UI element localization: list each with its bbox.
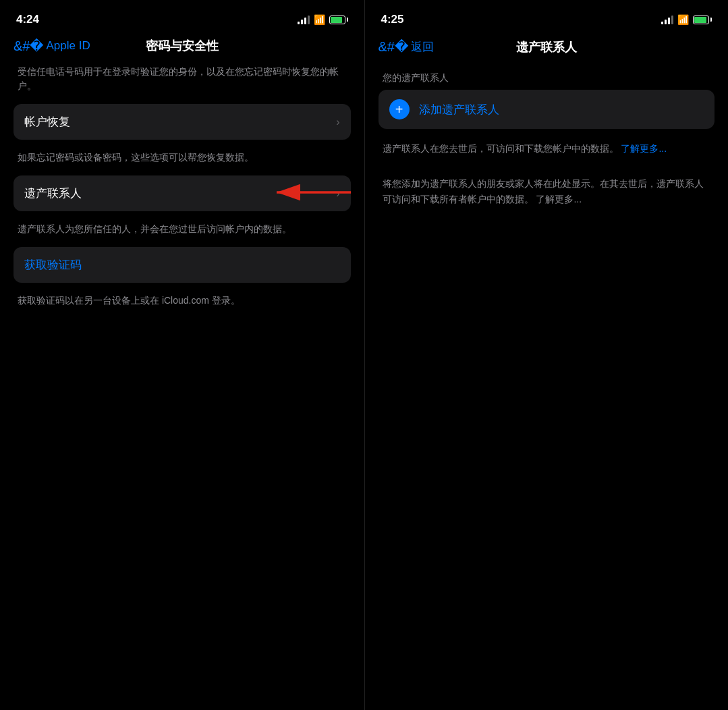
info-block-1: 遗产联系人在您去世后，可访问和下载您帐户中的数据。 了解更多... xyxy=(379,134,715,169)
status-time-left: 4:24 xyxy=(16,13,39,26)
status-time-right: 4:25 xyxy=(381,13,404,26)
add-circle-icon: + xyxy=(389,99,410,119)
learn-more-link-1[interactable]: 了解更多... xyxy=(621,143,667,154)
learn-more-link-2[interactable]: 了解更多... xyxy=(536,194,582,204)
back-button-left[interactable]: &#� Apple ID xyxy=(13,39,90,53)
add-legacy-contact-button[interactable]: + 添加遗产联系人 xyxy=(379,90,715,129)
status-bar-left: 4:24 📶 xyxy=(0,0,364,34)
left-phone-screen: 4:24 📶 &#� Apple ID 密码与安全性 受信任 xyxy=(0,0,364,710)
legacy-contact-row[interactable]: 遗产联系人 › xyxy=(13,175,351,211)
legacy-contact-card: 遗产联系人 › xyxy=(13,175,351,211)
legacy-contact-label: 遗产联系人 xyxy=(24,186,82,201)
signal-icon-right xyxy=(661,15,673,24)
content-right: 您的遗产联系人 + 添加遗产联系人 遗产联系人在您去世后，可访问和下载您帐户中的… xyxy=(365,61,729,212)
info-text-1: 遗产联系人在您去世后，可访问和下载您帐户中的数据。 xyxy=(383,143,619,154)
desc-text-left: 受信任电话号码用于在登录时验证您的身份，以及在您忘记密码时恢复您的帐户。 xyxy=(13,59,351,104)
add-label: 添加遗产联系人 xyxy=(419,102,499,117)
row3-desc: 获取验证码以在另一台设备上或在 iCloud.com 登录。 xyxy=(13,288,351,319)
nav-header-right: &#� 返回 遗产联系人 xyxy=(365,34,729,61)
info-block-2: 将您添加为遗产联系人的朋友或家人将在此处显示。在其去世后，遗产联系人可访问和下载… xyxy=(379,169,715,212)
nav-header-left: &#� Apple ID 密码与安全性 xyxy=(0,34,364,59)
status-bar-right: 4:25 📶 xyxy=(365,0,729,34)
content-left: 受信任电话号码用于在登录时验证您的身份，以及在您忘记密码时恢复您的帐户。 帐户恢… xyxy=(0,59,364,319)
back-button-right[interactable]: &#� 返回 xyxy=(379,39,434,55)
right-phone-screen: 4:25 📶 &#� 返回 遗产联系人 您的遗产联系人 xyxy=(364,0,729,710)
account-recovery-card: 帐户恢复 › xyxy=(13,104,351,140)
status-icons-left: 📶 xyxy=(298,14,348,25)
wifi-icon-right: 📶 xyxy=(677,14,689,25)
chevron-left-icon-right: &#� xyxy=(379,40,409,53)
nav-title-left: 密码与安全性 xyxy=(146,38,219,54)
verification-code-card: 获取验证码 xyxy=(13,247,351,283)
status-icons-right: 📶 xyxy=(661,14,712,25)
chevron-right-icon-1: › xyxy=(336,116,339,128)
battery-icon-right xyxy=(693,16,712,24)
account-recovery-label: 帐户恢复 xyxy=(24,114,70,130)
section-label-right: 您的遗产联系人 xyxy=(379,61,715,90)
account-recovery-row[interactable]: 帐户恢复 › xyxy=(13,104,351,140)
wifi-icon-left: 📶 xyxy=(314,14,325,25)
chevron-left-icon: &#� xyxy=(13,39,44,53)
chevron-right-icon-2: › xyxy=(336,188,339,200)
verification-code-row[interactable]: 获取验证码 xyxy=(13,247,351,283)
row2-desc: 遗产联系人为您所信任的人，并会在您过世后访问帐户内的数据。 xyxy=(13,217,351,247)
battery-icon-left xyxy=(329,16,348,24)
nav-title-right: 遗产联系人 xyxy=(516,39,577,55)
verification-code-label: 获取验证码 xyxy=(24,257,82,273)
signal-icon-left xyxy=(298,15,310,24)
back-label-right: 返回 xyxy=(411,39,434,55)
row1-desc: 如果忘记密码或设备密码，这些选项可以帮您恢复数据。 xyxy=(13,145,351,175)
plus-icon: + xyxy=(395,103,403,116)
back-label-left: Apple ID xyxy=(46,39,90,53)
